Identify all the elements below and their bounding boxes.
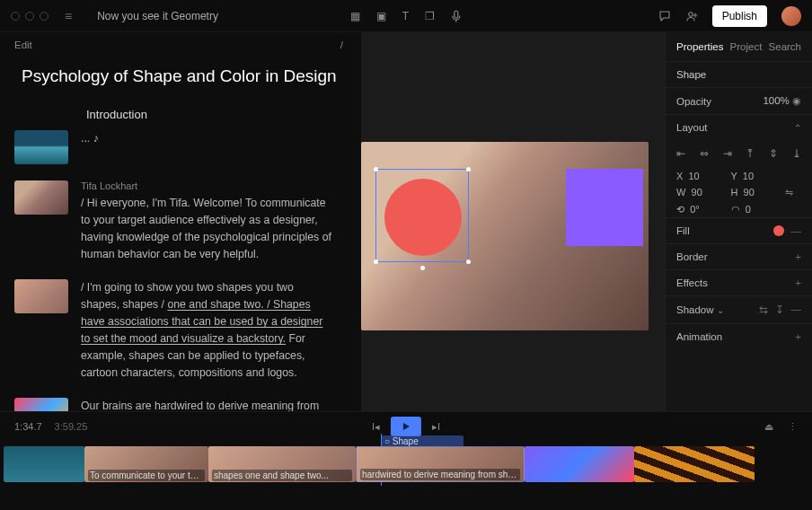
play-button[interactable]: [391, 417, 421, 436]
toolbar-center: ▦ ▣ T ❐: [350, 10, 462, 22]
script-panel: Edit / Psychology of Shape and Color in …: [0, 32, 361, 411]
clip-thumbnail[interactable]: [14, 130, 68, 164]
visibility-icon[interactable]: ◉: [792, 95, 801, 106]
menu-icon[interactable]: ≡: [65, 9, 72, 23]
remove-icon[interactable]: —: [791, 303, 802, 316]
clip-thumbnail[interactable]: [14, 279, 68, 313]
transcript-paragraph[interactable]: / I'm going to show you two shapes you t…: [81, 279, 334, 382]
chevron-up-icon: ⌃: [794, 123, 801, 133]
timeline-track[interactable]: ○ Shape To communicate to your target au…: [4, 446, 808, 489]
inspector-tabs: Properties Project Search: [666, 32, 812, 61]
align-bottom-icon[interactable]: ⤓: [792, 147, 801, 160]
publish-button[interactable]: Publish: [712, 5, 767, 27]
timeline-clip[interactable]: hardwired to derive meaning from shapes,…: [356, 446, 525, 482]
ellipsis-text: ... ♪: [81, 130, 99, 164]
timeline-clip[interactable]: shapes one and shape two...: [208, 446, 356, 482]
avatar[interactable]: [781, 6, 801, 26]
align-center-icon[interactable]: ⇔: [700, 147, 709, 160]
w-value[interactable]: 90: [692, 187, 702, 198]
comment-icon[interactable]: [658, 10, 671, 22]
timeline-clip[interactable]: [525, 446, 634, 482]
slash-label: /: [340, 40, 343, 50]
document-title: Psychology of Shape and Color in Design: [14, 66, 343, 86]
timeline-clip[interactable]: To communicate to your target audience..…: [84, 446, 208, 482]
more-icon[interactable]: ⋮: [788, 421, 798, 433]
chevron-down-icon: ⌄: [717, 305, 724, 315]
canvas[interactable]: [361, 32, 665, 411]
align-right-icon[interactable]: ⇥: [723, 147, 732, 160]
current-time: 1:34.7: [14, 421, 42, 432]
clip-thumbnail[interactable]: [14, 398, 68, 411]
eject-icon[interactable]: ⏏: [764, 421, 773, 433]
toolbar-right: Publish: [658, 5, 801, 27]
transcript-paragraph[interactable]: / Hi everyone, I'm Tifa. Welcome! To com…: [81, 195, 334, 263]
align-left-icon[interactable]: ⇤: [676, 147, 685, 160]
circle-shape[interactable]: [384, 179, 462, 256]
tab-project[interactable]: Project: [730, 41, 763, 52]
square-shape[interactable]: [566, 169, 643, 246]
add-icon[interactable]: +: [795, 277, 801, 288]
next-icon[interactable]: ▸I: [432, 421, 440, 433]
remove-icon[interactable]: —: [791, 225, 802, 236]
shape-header: Shape: [666, 61, 812, 87]
inspector-panel: Properties Project Search Shape Opacity …: [665, 32, 812, 411]
opacity-row[interactable]: Opacity 100% ◉: [666, 87, 812, 114]
shadow-row[interactable]: Shadow ⌄ ⇆↧—: [666, 295, 812, 323]
video-frame: [361, 142, 649, 330]
layout-header[interactable]: Layout⌃: [666, 114, 812, 140]
speaker-name: Tifa Lockhart: [81, 180, 334, 191]
shapes-icon[interactable]: ❐: [425, 10, 435, 22]
traffic-dot[interactable]: [11, 12, 20, 21]
shadow-opt-icon[interactable]: ↧: [775, 303, 784, 316]
x-value[interactable]: 10: [688, 171, 699, 181]
effects-row[interactable]: Effects+: [666, 269, 812, 295]
traffic-dot[interactable]: [40, 12, 49, 21]
fill-swatch[interactable]: [773, 225, 784, 236]
selection-box[interactable]: [375, 169, 469, 262]
animation-row[interactable]: Animation+: [666, 323, 812, 349]
add-user-icon[interactable]: [685, 10, 698, 22]
transcript-paragraph[interactable]: Our brains are hardwired to derive meani…: [81, 398, 334, 411]
align-top-icon[interactable]: ⤒: [746, 147, 755, 160]
timeline-panel: 1:34.7 3:59.25 I◂ ▸I ⏏ ⋮ ○ Shape To comm…: [0, 411, 812, 510]
tab-properties[interactable]: Properties: [676, 41, 723, 52]
edit-label[interactable]: Edit: [14, 40, 32, 50]
tab-search[interactable]: Search: [769, 41, 801, 52]
project-title: Now you see it Geometry: [97, 10, 218, 22]
grid-icon[interactable]: ▦: [350, 10, 360, 22]
traffic-dot[interactable]: [25, 12, 34, 21]
top-bar: ≡ Now you see it Geometry ▦ ▣ T ❐ Publis…: [0, 0, 812, 32]
duration: 3:59.25: [55, 421, 88, 432]
timeline-clip[interactable]: [634, 446, 755, 482]
align-row: ⇤ ⇔ ⇥ ⤒ ⇕ ⤓: [666, 140, 812, 167]
align-middle-icon[interactable]: ⇕: [769, 147, 778, 160]
clip-thumbnail[interactable]: [14, 180, 68, 215]
corner-value[interactable]: 0: [746, 204, 751, 215]
svg-point-0: [688, 12, 692, 15]
shadow-opt-icon[interactable]: ⇆: [759, 303, 768, 316]
text-icon[interactable]: T: [402, 10, 409, 22]
h-value[interactable]: 90: [744, 187, 755, 198]
add-icon[interactable]: +: [795, 331, 801, 342]
section-heading: Introduction: [86, 108, 343, 121]
image-icon[interactable]: ▣: [376, 10, 386, 22]
prev-icon[interactable]: I◂: [372, 421, 380, 433]
rotation-value[interactable]: 0°: [690, 204, 700, 215]
y-value[interactable]: 10: [743, 171, 754, 181]
window-controls: [11, 12, 49, 21]
link-icon[interactable]: ⇋: [785, 187, 801, 198]
add-icon[interactable]: +: [795, 251, 801, 262]
timeline-clip[interactable]: [4, 446, 84, 482]
border-row[interactable]: Border+: [666, 243, 812, 269]
fill-row[interactable]: Fill —: [666, 217, 812, 243]
mic-icon[interactable]: [451, 10, 462, 22]
